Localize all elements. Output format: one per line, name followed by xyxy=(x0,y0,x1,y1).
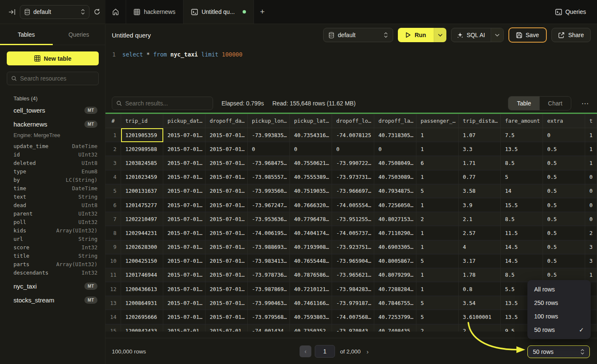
data-cell[interactable]: -73.951255… xyxy=(332,212,374,226)
data-cell[interactable]: 40.7354316… xyxy=(290,128,332,142)
data-cell[interactable]: 40.8027153… xyxy=(374,212,416,226)
prev-page-button[interactable]: ‹ xyxy=(300,345,311,357)
data-cell[interactable]: -74.001434 xyxy=(248,324,290,332)
data-cell[interactable]: 3.3 xyxy=(459,142,501,156)
data-cell[interactable]: 6 xyxy=(416,156,459,170)
data-cell[interactable]: 2015-07-01… xyxy=(163,282,205,296)
refresh-icon[interactable] xyxy=(94,8,100,15)
data-cell[interactable]: 0.5 xyxy=(543,240,585,254)
data-cell[interactable]: 2015-07-01… xyxy=(163,226,205,240)
page-size-option[interactable]: 250 rows xyxy=(527,296,591,310)
data-cell[interactable]: 1 xyxy=(416,198,459,212)
new-tab-button[interactable]: + xyxy=(254,7,270,16)
data-cell[interactable]: 1202210497 xyxy=(121,212,163,226)
data-cell[interactable]: 2015-07-01… xyxy=(163,324,205,332)
grid-header-cell[interactable]: pickup_dat… xyxy=(163,114,205,128)
data-cell[interactable]: 40.7846755… xyxy=(374,296,416,310)
data-cell[interactable]: 40.7593803… xyxy=(290,310,332,324)
sidebar-table-hackernews[interactable]: hackernews MT xyxy=(14,117,97,131)
grid-header-cell[interactable]: # xyxy=(105,114,121,128)
save-button[interactable]: Save xyxy=(508,27,547,43)
data-cell[interactable]: 1202695666 xyxy=(121,310,163,324)
data-cell[interactable]: -73.923751… xyxy=(332,240,374,254)
data-cell[interactable]: 1 xyxy=(585,156,597,170)
data-cell[interactable]: 0 xyxy=(585,212,597,226)
share-button[interactable]: Share xyxy=(551,28,591,42)
data-cell[interactable]: 1200842433 xyxy=(121,324,163,332)
row-number-cell[interactable]: 13 xyxy=(105,296,121,310)
data-cell[interactable]: 2015-07-01… xyxy=(205,184,248,198)
data-cell[interactable]: 1 xyxy=(585,128,597,142)
data-cell[interactable]: 13.5 xyxy=(501,142,543,156)
data-cell[interactable]: 14 xyxy=(501,184,543,198)
data-cell[interactable]: 0.5 xyxy=(543,142,585,156)
schema-column-row[interactable]: timeDateTime xyxy=(14,184,97,192)
data-cell[interactable]: 40.7550621… xyxy=(290,156,332,170)
grid-header-cell[interactable]: trip_dista… xyxy=(459,114,501,128)
data-cell[interactable]: 40.6903305… xyxy=(374,240,416,254)
data-cell[interactable]: -73.970843 xyxy=(332,324,374,332)
grid-header-cell[interactable]: t xyxy=(585,114,597,128)
schema-column-row[interactable]: urlString xyxy=(14,235,97,243)
view-toggle-chart[interactable]: Chart xyxy=(540,97,571,110)
data-cell[interactable]: 0 xyxy=(248,142,290,156)
data-cell[interactable]: 40.7256050… xyxy=(374,198,416,212)
data-cell[interactable]: 2015-07-01… xyxy=(205,268,248,282)
data-cell[interactable]: 2015-07-01… xyxy=(205,170,248,184)
run-options-button[interactable] xyxy=(434,28,446,42)
data-cell[interactable]: 40.7508049… xyxy=(374,156,416,170)
row-number-cell[interactable]: 2 xyxy=(105,142,121,156)
data-cell[interactable]: 3.17 xyxy=(459,254,501,268)
run-button[interactable]: Run xyxy=(398,28,434,42)
data-cell[interactable]: 1202944231 xyxy=(121,226,163,240)
data-cell[interactable]: 2015-07-01… xyxy=(163,240,205,254)
tab-home[interactable] xyxy=(105,0,126,24)
schema-column-row[interactable]: partsArray(UInt32) xyxy=(14,260,97,268)
data-cell[interactable]: 40.7193908… xyxy=(290,240,332,254)
data-cell[interactable]: 0.5 xyxy=(543,156,585,170)
schema-column-row[interactable]: descendantsInt32 xyxy=(14,268,97,277)
data-cell[interactable]: -74.006195… xyxy=(248,226,290,240)
data-cell[interactable]: 40.7934875… xyxy=(374,184,416,198)
data-cell[interactable]: 7.5 xyxy=(501,128,543,142)
schema-column-row[interactable]: update_timeDateTime xyxy=(14,142,97,150)
data-cell[interactable]: 2015-07-01… xyxy=(205,324,248,332)
data-cell[interactable]: 2 xyxy=(416,324,459,332)
data-cell[interactable]: -74.005737… xyxy=(332,226,374,240)
data-cell[interactable]: -73.965904… xyxy=(332,254,374,268)
row-number-cell[interactable]: 4 xyxy=(105,170,121,184)
service-selector[interactable]: default xyxy=(20,5,89,19)
data-cell[interactable]: 2015-07-01… xyxy=(163,254,205,268)
row-number-cell[interactable]: 9 xyxy=(105,240,121,254)
data-cell[interactable]: 15.5 xyxy=(501,198,543,212)
schema-column-row[interactable]: deadUInt8 xyxy=(14,201,97,209)
data-cell[interactable]: 1 xyxy=(416,268,459,282)
data-cell[interactable]: 14.5 xyxy=(501,254,543,268)
schema-column-row[interactable]: textString xyxy=(14,192,97,201)
data-cell[interactable]: 1200425150 xyxy=(121,254,163,268)
data-cell[interactable]: 0.5 xyxy=(543,198,585,212)
data-cell[interactable]: 40.7318305… xyxy=(374,128,416,142)
data-cell[interactable]: -74.0078125 xyxy=(332,128,374,142)
data-cell[interactable]: 2015-07-01… xyxy=(163,310,205,324)
data-cell[interactable]: 1 xyxy=(416,128,459,142)
data-cell[interactable]: 3.58 xyxy=(459,184,501,198)
sidebar-collapse-icon[interactable] xyxy=(8,9,16,15)
grid-header-cell[interactable]: extra xyxy=(543,114,585,128)
data-cell[interactable]: 0.5 xyxy=(543,170,585,184)
data-cell[interactable]: 2.1 xyxy=(459,212,501,226)
data-cell[interactable]: 2015-07-01… xyxy=(205,310,248,324)
tab-hackernews[interactable]: hackernews xyxy=(126,0,184,24)
data-cell[interactable]: -73.967247… xyxy=(248,198,290,212)
sidebar-table-stocks-stream[interactable]: stocks_stream MT xyxy=(14,293,97,307)
data-cell[interactable]: 1201023459 xyxy=(121,170,163,184)
data-cell[interactable]: 40.7555389… xyxy=(290,170,332,184)
data-cell[interactable]: -73.966697… xyxy=(332,184,374,198)
data-cell[interactable]: 40.7503089… xyxy=(374,170,416,184)
data-cell[interactable]: 1 xyxy=(416,282,459,296)
data-cell[interactable]: -73.987869… xyxy=(248,282,290,296)
row-number-cell[interactable]: 3 xyxy=(105,156,121,170)
row-number-cell[interactable]: 6 xyxy=(105,198,121,212)
data-cell[interactable]: 0 xyxy=(585,198,597,212)
data-cell[interactable]: 1203824585 xyxy=(121,156,163,170)
